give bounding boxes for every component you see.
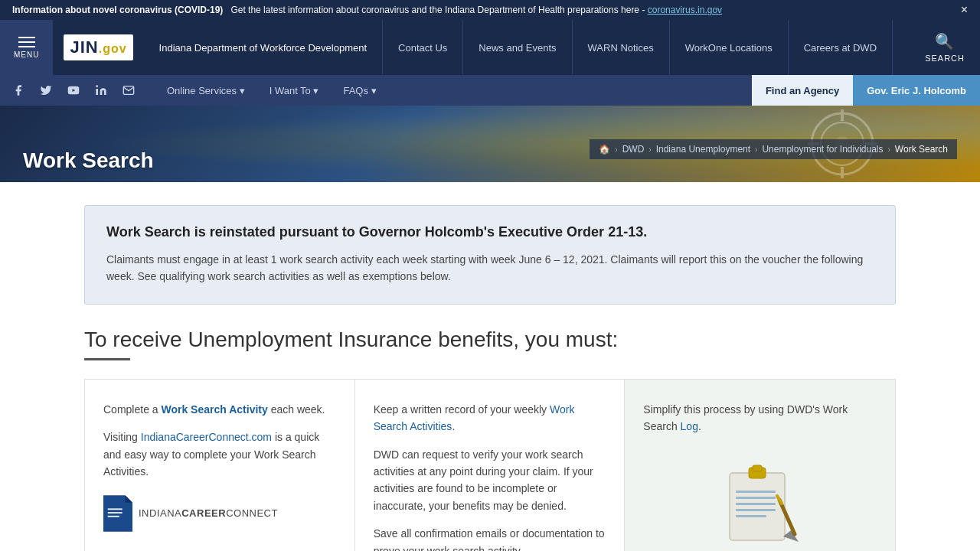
social-icons bbox=[0, 80, 147, 101]
svg-marker-24 bbox=[783, 530, 799, 542]
nav-warn-notices[interactable]: WARN Notices bbox=[573, 20, 670, 75]
home-icon: 🏠 bbox=[599, 144, 610, 155]
menu-button[interactable]: MENU bbox=[0, 20, 53, 75]
breadcrumb: 🏠 › DWD › Indiana Unemployment › Unemplo… bbox=[590, 139, 957, 159]
svg-rect-21 bbox=[736, 509, 776, 511]
card2-intro-text: Keep a written record of your weekly bbox=[374, 403, 550, 416]
youtube-icon[interactable] bbox=[63, 80, 84, 101]
indiana-career-connect-link[interactable]: IndianaCareerConnect.com bbox=[141, 431, 272, 443]
icc-indiana-text: INDIANA bbox=[139, 507, 181, 519]
linkedin-icon[interactable] bbox=[90, 80, 112, 101]
breadcrumb-dwd[interactable]: DWD bbox=[622, 144, 645, 155]
find-agency-button[interactable]: Find an Agency bbox=[752, 75, 853, 106]
icc-logo-mark-svg bbox=[103, 495, 132, 532]
i-want-to-link[interactable]: I Want To ▾ bbox=[257, 75, 332, 106]
svg-rect-18 bbox=[736, 491, 776, 493]
card1-after-link: each week. bbox=[268, 403, 325, 416]
breadcrumb-unemployment-individuals[interactable]: Unemployment for Individuals bbox=[762, 144, 883, 155]
card2-period: . bbox=[452, 420, 455, 432]
svg-rect-22 bbox=[736, 515, 766, 517]
governor-button[interactable]: Gov. Eric J. Holcomb bbox=[853, 75, 980, 106]
secondary-nav: Online Services ▾ I Want To ▾ FAQs ▾ Fin… bbox=[0, 75, 980, 106]
search-button[interactable]: 🔍 SEARCH bbox=[910, 20, 980, 75]
card1-intro: Complete a Work Search Activity each wee… bbox=[103, 401, 336, 418]
logo-gov: .gov bbox=[99, 42, 127, 55]
covid-banner-title: Information about novel coronavirus (COV… bbox=[12, 5, 223, 15]
svg-point-2 bbox=[96, 85, 98, 87]
clipboard-illustration bbox=[643, 446, 877, 551]
alert-box: Work Search is reinstated pursuant to Go… bbox=[84, 205, 896, 305]
menu-icon bbox=[18, 37, 35, 47]
cards-grid: Complete a Work Search Activity each wee… bbox=[84, 379, 896, 551]
icc-connect-text: CONNECT bbox=[226, 507, 278, 519]
card-work-search-activity: Complete a Work Search Activity each wee… bbox=[85, 380, 355, 551]
email-icon[interactable] bbox=[118, 80, 139, 101]
alert-title: Work Search is reinstated pursuant to Go… bbox=[106, 224, 874, 240]
menu-label: MENU bbox=[14, 51, 39, 59]
nav-careers-dwd[interactable]: Careers at DWD bbox=[789, 20, 893, 75]
card-written-record: Keep a written record of your weekly Wor… bbox=[355, 380, 626, 551]
card1-body-text: Visiting bbox=[103, 431, 141, 443]
clipboard-svg bbox=[722, 461, 799, 546]
svg-rect-14 bbox=[108, 516, 119, 517]
svg-marker-11 bbox=[126, 496, 133, 504]
logo-link[interactable]: JIN.gov bbox=[53, 20, 143, 75]
icc-logo-text: INDIANACAREERCONNECT bbox=[139, 507, 278, 520]
twitter-icon[interactable] bbox=[35, 80, 57, 101]
svg-rect-13 bbox=[108, 512, 122, 514]
svg-rect-17 bbox=[753, 465, 762, 471]
online-services-link[interactable]: Online Services ▾ bbox=[155, 75, 257, 106]
heading-underline bbox=[84, 358, 130, 360]
logo: JIN.gov bbox=[64, 34, 132, 60]
card1-intro-text: Complete a bbox=[103, 403, 161, 416]
dept-name: Indiana Department of Workforce Developm… bbox=[144, 20, 383, 75]
icc-career-text: CAREER bbox=[181, 507, 226, 519]
nav-news-events[interactable]: News and Events bbox=[463, 20, 572, 75]
hero: 🏠 › DWD › Indiana Unemployment › Unemplo… bbox=[0, 106, 980, 182]
breadcrumb-indiana-unemployment[interactable]: Indiana Unemployment bbox=[656, 144, 750, 155]
svg-rect-12 bbox=[108, 509, 122, 510]
card2-body2: Save all confirmation emails or document… bbox=[374, 525, 606, 551]
search-label: SEARCH bbox=[925, 54, 965, 63]
logo-jin: JIN bbox=[70, 37, 98, 57]
secondary-nav-right: Find an Agency Gov. Eric J. Holcomb bbox=[752, 75, 980, 106]
covid-banner: Information about novel coronavirus (COV… bbox=[0, 0, 980, 20]
svg-rect-15 bbox=[730, 473, 785, 540]
svg-rect-1 bbox=[96, 89, 98, 95]
secondary-nav-links: Online Services ▾ I Want To ▾ FAQs ▾ bbox=[147, 75, 389, 106]
card3-period: . bbox=[698, 420, 701, 432]
svg-rect-19 bbox=[736, 497, 776, 499]
icc-logo: INDIANACAREERCONNECT bbox=[103, 495, 336, 532]
svg-rect-20 bbox=[736, 503, 776, 505]
alert-body: Claimants must engage in at least 1 work… bbox=[106, 251, 874, 285]
card1-body: Visiting IndianaCareerConnect.com is a q… bbox=[103, 429, 336, 480]
work-search-log-link[interactable]: Log bbox=[681, 420, 698, 432]
covid-banner-close[interactable]: × bbox=[961, 3, 968, 17]
top-nav: MENU JIN.gov Indiana Department of Workf… bbox=[0, 20, 980, 75]
card3-intro-text: Simplify this process by using DWD's Wor… bbox=[643, 403, 848, 432]
breadcrumb-current: Work Search bbox=[895, 144, 948, 155]
card2-body1: DWD can request to verify your work sear… bbox=[374, 446, 606, 515]
faqs-link[interactable]: FAQs ▾ bbox=[331, 75, 388, 106]
nav-contact-us[interactable]: Contact Us bbox=[383, 20, 463, 75]
card3-intro: Simplify this process by using DWD's Wor… bbox=[643, 401, 877, 435]
hero-content: 🏠 › DWD › Indiana Unemployment › Unemplo… bbox=[0, 139, 980, 182]
covid-banner-subtitle: Get the latest information about coronav… bbox=[230, 5, 645, 15]
main-content: Work Search is reinstated pursuant to Go… bbox=[54, 182, 926, 551]
card-simplify: Simplify this process by using DWD's Wor… bbox=[625, 380, 895, 551]
facebook-icon[interactable] bbox=[8, 80, 29, 101]
covid-banner-link[interactable]: coronavirus.in.gov bbox=[648, 5, 722, 15]
benefits-heading: To receive Unemployment Insurance benefi… bbox=[84, 328, 896, 352]
main-nav-links: Contact Us News and Events WARN Notices … bbox=[383, 20, 910, 75]
search-icon: 🔍 bbox=[935, 32, 955, 51]
work-search-activity-link[interactable]: Work Search Activity bbox=[161, 403, 267, 416]
nav-workone-locations[interactable]: WorkOne Locations bbox=[670, 20, 789, 75]
card2-intro: Keep a written record of your weekly Wor… bbox=[374, 401, 606, 435]
